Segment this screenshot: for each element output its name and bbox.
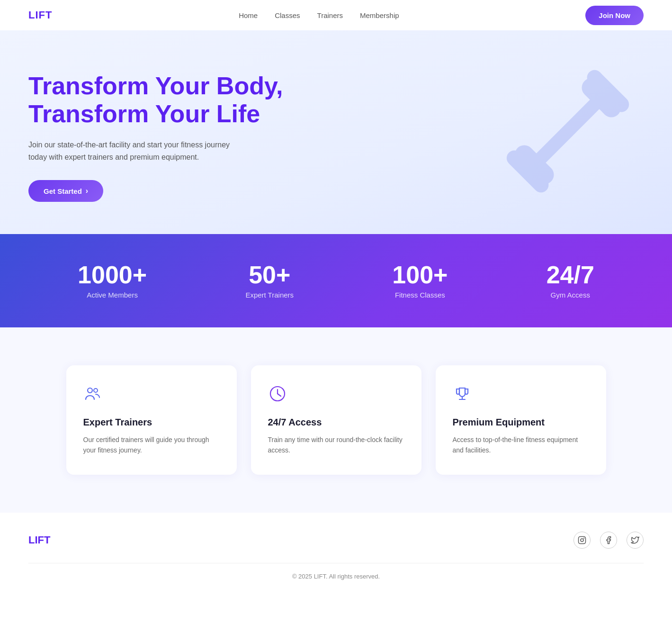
instagram-icon[interactable] (573, 532, 591, 549)
trainers-icon (83, 384, 220, 407)
hero-section: Transform Your Body, Transform Your Life… (0, 30, 672, 234)
stat-classes-number: 100+ (392, 262, 448, 287)
footer-bottom: © 2025 LIFT. All rights reserved. (28, 563, 644, 589)
stat-classes: 100+ Fitness Classes (392, 262, 448, 299)
stat-access-label: Gym Access (547, 291, 594, 299)
svg-rect-12 (579, 536, 586, 543)
features-section: Expert Trainers Our certified trainers w… (0, 327, 672, 513)
nav-links: Home Classes Trainers Membership (239, 11, 399, 19)
hero-heading: Transform Your Body, Transform Your Life (28, 72, 283, 129)
stat-trainers: 50+ Expert Trainers (245, 262, 294, 299)
navbar: LIFT Home Classes Trainers Membership Jo… (0, 0, 672, 30)
feature-access-desc: Train any time with our round-the-clock … (268, 434, 404, 456)
clock-icon (268, 384, 404, 407)
stat-access: 24/7 Gym Access (547, 262, 594, 299)
feature-equipment-desc: Access to top-of-the-line fitness equipm… (453, 434, 589, 456)
footer: LIFT © 2025 LIFT. All rights (0, 513, 672, 589)
stat-classes-label: Fitness Classes (392, 291, 448, 299)
nav-logo: LIFT (28, 9, 52, 21)
stat-members-label: Active Members (78, 291, 147, 299)
nav-classes[interactable]: Classes (275, 11, 300, 19)
feature-trainers-title: Expert Trainers (83, 417, 220, 428)
dumbbell-graphic (492, 55, 644, 209)
footer-logo: LIFT (28, 534, 50, 546)
footer-top: LIFT (28, 532, 644, 563)
nav-home[interactable]: Home (239, 11, 258, 19)
stat-trainers-number: 50+ (245, 262, 294, 287)
stats-section: 1000+ Active Members 50+ Expert Trainers… (0, 234, 672, 327)
arrow-icon: › (86, 187, 88, 195)
trophy-icon (453, 384, 589, 407)
copyright-text: © 2025 LIFT. All rights reserved. (292, 573, 380, 580)
join-now-button[interactable]: Join Now (585, 6, 644, 25)
nav-membership[interactable]: Membership (360, 11, 399, 19)
feature-trainers-desc: Our certified trainers will guide you th… (83, 434, 220, 456)
hero-subtext: Join our state-of-the-art facility and s… (28, 139, 237, 163)
stat-trainers-label: Expert Trainers (245, 291, 294, 299)
svg-point-6 (94, 389, 98, 392)
svg-line-0 (541, 104, 594, 158)
svg-point-14 (584, 538, 584, 538)
feature-access-title: 24/7 Access (268, 417, 404, 428)
feature-card-trainers: Expert Trainers Our certified trainers w… (66, 365, 237, 475)
facebook-icon[interactable] (600, 532, 617, 549)
get-started-button[interactable]: Get Started › (28, 180, 103, 202)
svg-point-5 (88, 388, 92, 393)
feature-card-equipment: Premium Equipment Access to top-of-the-l… (436, 365, 606, 475)
hero-content: Transform Your Body, Transform Your Life… (28, 72, 283, 202)
social-icons (573, 532, 644, 549)
stat-members-number: 1000+ (78, 262, 147, 287)
feature-card-access: 24/7 Access Train any time with our roun… (251, 365, 421, 475)
nav-trainers[interactable]: Trainers (317, 11, 343, 19)
feature-equipment-title: Premium Equipment (453, 417, 589, 428)
svg-point-13 (581, 539, 583, 542)
twitter-icon[interactable] (627, 532, 644, 549)
stat-access-number: 24/7 (547, 262, 594, 287)
svg-line-9 (278, 394, 281, 396)
stat-members: 1000+ Active Members (78, 262, 147, 299)
